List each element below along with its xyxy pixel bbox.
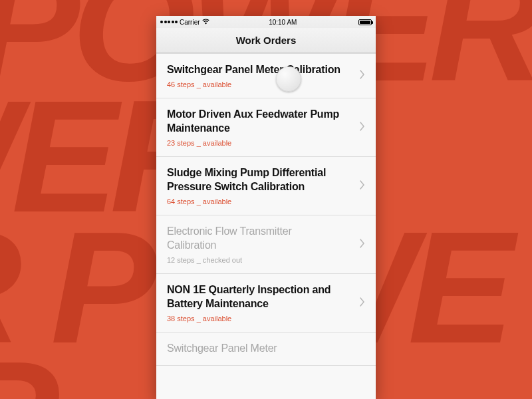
list-item-title: Electronic Flow Transmitter Calibration xyxy=(167,225,344,252)
list-item-title: Sludge Mixing Pump Differential Pressure… xyxy=(167,166,344,194)
battery-icon xyxy=(358,19,372,25)
chevron-right-icon xyxy=(360,239,365,251)
list-item-subtitle: 64 steps _ available xyxy=(167,198,344,205)
work-order-list[interactable]: Switchgear Panel Meter Calibration 46 st… xyxy=(156,53,376,399)
list-item-subtitle: 23 steps _ available xyxy=(167,139,344,147)
list-item-title: NON 1E Quarterly Inspection and Battery … xyxy=(167,283,344,311)
phone-screen: Carrier 10:10 AM Work Orders Switchgear … xyxy=(156,16,376,399)
nav-bar: Work Orders xyxy=(156,28,376,53)
list-item[interactable]: Switchgear Panel Meter xyxy=(156,332,376,365)
list-item[interactable]: NON 1E Quarterly Inspection and Battery … xyxy=(156,274,376,332)
list-item[interactable]: Electronic Flow Transmitter Calibration … xyxy=(156,215,376,274)
chevron-right-icon xyxy=(360,297,365,309)
list-item-title: Motor Driven Aux Feedwater Pump Maintena… xyxy=(167,108,344,135)
list-item[interactable]: Motor Driven Aux Feedwater Pump Maintena… xyxy=(156,98,376,157)
nav-title: Work Orders xyxy=(236,35,297,46)
list-item-subtitle: 38 steps _ available xyxy=(167,315,344,323)
chevron-right-icon xyxy=(360,70,365,82)
status-time: 10:10 AM xyxy=(269,19,297,26)
touch-cursor-icon xyxy=(276,66,301,92)
list-item-title: Switchgear Panel Meter xyxy=(167,342,349,355)
list-item[interactable]: Sludge Mixing Pump Differential Pressure… xyxy=(156,157,376,215)
status-left: Carrier xyxy=(160,19,209,26)
list-item[interactable]: Switchgear Panel Meter Calibration 46 st… xyxy=(156,53,376,98)
carrier-label: Carrier xyxy=(180,19,200,26)
list-item-subtitle: 12 steps _ checked out xyxy=(167,256,344,264)
chevron-right-icon xyxy=(360,122,365,134)
chevron-right-icon xyxy=(360,180,365,192)
signal-dots-icon xyxy=(160,21,178,23)
list-item-title: Switchgear Panel Meter Calibration xyxy=(167,63,344,76)
status-right xyxy=(356,19,372,25)
wifi-icon xyxy=(202,19,209,26)
list-item-subtitle: 46 steps _ available xyxy=(167,80,344,88)
status-bar: Carrier 10:10 AM xyxy=(156,16,376,28)
